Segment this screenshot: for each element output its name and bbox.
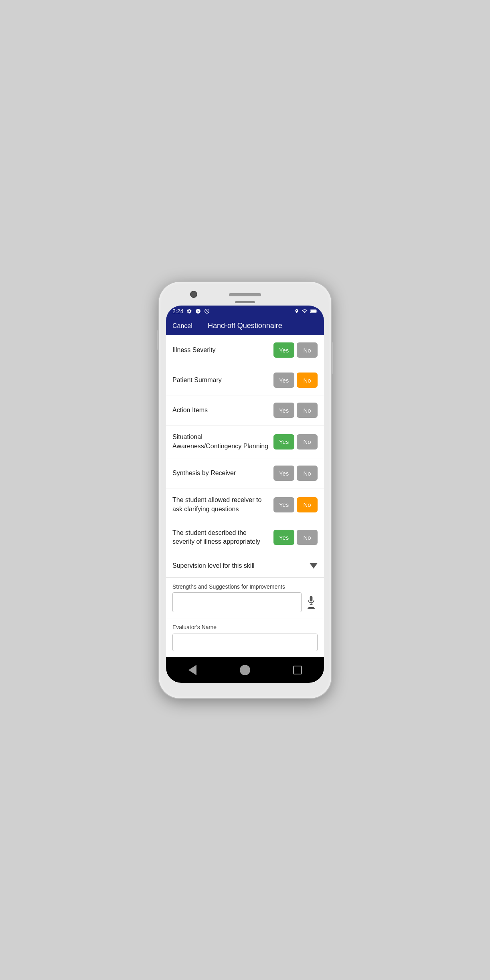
yes-button-action-items[interactable]: Yes xyxy=(273,403,294,418)
recents-icon xyxy=(293,666,302,674)
no-button-action-items[interactable]: No xyxy=(297,403,318,418)
question-label: Synthesis by Receiver xyxy=(172,469,273,478)
question-row-action-items: Action Items Yes No xyxy=(166,395,324,425)
status-time: 2:24 xyxy=(172,308,183,314)
yes-button-situational[interactable]: Yes xyxy=(273,434,294,450)
yes-no-group: Yes No xyxy=(273,530,318,545)
battery-icon xyxy=(310,309,318,314)
question-row-illness-severity: Illness Severity Yes No xyxy=(166,335,324,365)
home-icon xyxy=(240,665,250,675)
question-row-patient-summary: Patient Summary Yes No xyxy=(166,365,324,395)
chevron-down-icon xyxy=(310,563,318,569)
signal-icon xyxy=(302,308,308,314)
yes-no-group: Yes No xyxy=(273,342,318,358)
evaluator-label: Evaluator's Name xyxy=(172,624,318,630)
no-button-student-allowed[interactable]: No xyxy=(297,497,318,512)
question-label: Patient Summary xyxy=(172,376,273,385)
yes-button-synthesis[interactable]: Yes xyxy=(273,466,294,481)
home-nav-button[interactable] xyxy=(238,663,252,677)
no-button-patient-summary[interactable]: No xyxy=(297,373,318,388)
question-label: Action Items xyxy=(172,406,273,415)
status-bar: 2:24 xyxy=(166,306,324,317)
yes-button-student-described[interactable]: Yes xyxy=(273,530,294,545)
supervision-dropdown[interactable]: Supervision level for this skill xyxy=(166,554,324,578)
page-title: Hand-off Questionnaire xyxy=(192,322,298,330)
recents-nav-button[interactable] xyxy=(290,663,305,677)
question-row-student-allowed: The student allowed receiver to ask clar… xyxy=(166,488,324,521)
yes-no-group: Yes No xyxy=(273,403,318,418)
question-label: Situational Awareness/Contingency Planni… xyxy=(172,433,273,451)
no-button-student-described[interactable]: No xyxy=(297,530,318,545)
play-icon xyxy=(195,308,201,314)
location-icon xyxy=(294,308,299,314)
yes-no-group: Yes No xyxy=(273,373,318,388)
phone-bottom-bar xyxy=(166,683,324,691)
strengths-section-label: Strengths and Suggestions for Improvemen… xyxy=(166,578,324,592)
supervision-label: Supervision level for this skill xyxy=(172,562,255,569)
yes-button-patient-summary[interactable]: Yes xyxy=(273,373,294,388)
yes-no-group: Yes No xyxy=(273,466,318,481)
back-icon xyxy=(188,665,196,675)
no-button-illness-severity[interactable]: No xyxy=(297,342,318,358)
yes-button-illness-severity[interactable]: Yes xyxy=(273,342,294,358)
strengths-input[interactable] xyxy=(172,592,302,612)
no-button-situational[interactable]: No xyxy=(297,434,318,450)
no-button-synthesis[interactable]: No xyxy=(297,466,318,481)
svg-rect-2 xyxy=(311,310,316,312)
app-header: Cancel Hand-off Questionnaire xyxy=(166,317,324,335)
yes-no-group: Yes No xyxy=(273,497,318,512)
home-indicator xyxy=(235,301,255,303)
question-row-student-described: The student described the severity of il… xyxy=(166,521,324,554)
question-row-situational-awareness: Situational Awareness/Contingency Planni… xyxy=(166,425,324,458)
content-area: Illness Severity Yes No Patient Summary … xyxy=(166,335,324,682)
question-label: The student described the severity of il… xyxy=(172,528,273,547)
evaluator-section: Evaluator's Name xyxy=(166,618,324,657)
svg-rect-1 xyxy=(317,311,318,312)
speaker xyxy=(229,293,261,296)
bottom-navigation xyxy=(166,657,324,683)
cancel-button[interactable]: Cancel xyxy=(172,322,192,330)
question-label: Illness Severity xyxy=(172,346,273,354)
back-nav-button[interactable] xyxy=(185,663,200,677)
gear-icon xyxy=(186,308,192,314)
yes-no-group: Yes No xyxy=(273,434,318,450)
evaluator-input[interactable] xyxy=(172,634,318,651)
svg-rect-3 xyxy=(310,596,313,601)
strengths-input-row xyxy=(166,592,324,618)
microphone-icon[interactable] xyxy=(305,596,318,609)
question-row-synthesis: Synthesis by Receiver Yes No xyxy=(166,458,324,488)
blocked-icon xyxy=(204,308,210,314)
question-label: The student allowed receiver to ask clar… xyxy=(172,496,273,514)
status-right xyxy=(294,308,318,314)
status-left: 2:24 xyxy=(172,308,210,314)
yes-button-student-allowed[interactable]: Yes xyxy=(273,497,294,512)
camera xyxy=(190,291,197,298)
